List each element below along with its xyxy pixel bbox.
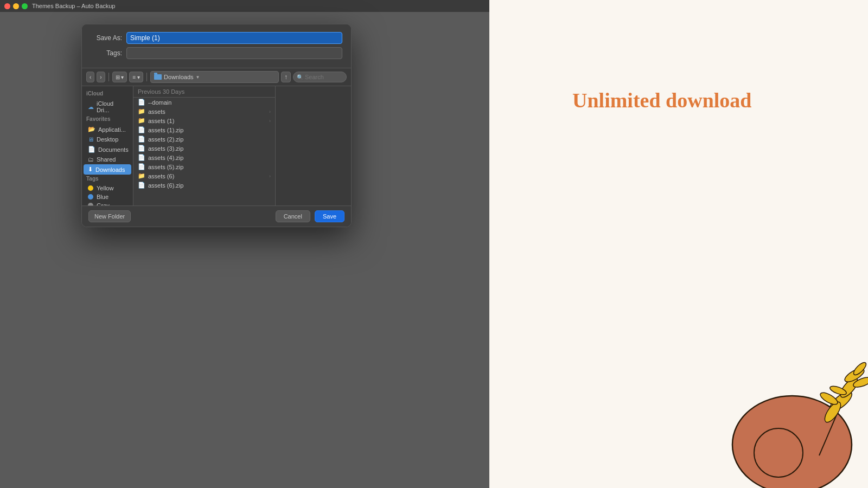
file-name: assets <box>148 108 165 115</box>
file-name: assets (5).zip <box>148 164 183 170</box>
downloads-icon: ⬇ <box>88 166 93 173</box>
dialog-body: iCloud ☁ iCloud Dri... Favorites 📂 Appli… <box>82 86 351 206</box>
new-folder-button[interactable]: New Folder <box>88 210 131 222</box>
expand-arrow-icon: › <box>269 174 271 179</box>
tag-dot <box>88 203 93 206</box>
file-item[interactable]: 📄assets (3).zip <box>133 144 275 153</box>
file-doc-icon: 📄 <box>138 136 145 143</box>
file-item[interactable]: 📁assets (1)› <box>133 116 275 125</box>
file-item[interactable]: 📁assets (6)› <box>133 171 275 181</box>
cancel-button[interactable]: Cancel <box>276 210 310 222</box>
search-input[interactable] <box>305 74 343 80</box>
file-item[interactable]: 📄assets (2).zip <box>133 134 275 144</box>
save-as-label: Save As: <box>91 34 122 42</box>
file-list-scroll: 📄--domain📁assets›📁assets (1)›📄assets (1)… <box>133 98 275 205</box>
tag-label: Gray <box>97 202 110 206</box>
desktop-label: Desktop <box>97 136 118 143</box>
location-dropdown[interactable]: Downloads ▼ <box>150 71 279 83</box>
file-doc-icon: 📄 <box>138 154 145 161</box>
location-label: Downloads <box>164 74 193 80</box>
tag-dot <box>88 194 93 200</box>
folder-icon: 📁 <box>138 172 145 179</box>
forward-button[interactable]: › <box>97 72 105 82</box>
chevron-down-icon: ▼ <box>196 75 200 80</box>
file-doc-icon: 📄 <box>138 182 145 189</box>
sidebar: iCloud ☁ iCloud Dri... Favorites 📂 Appli… <box>82 86 133 206</box>
file-doc-icon: 📄 <box>138 126 145 133</box>
file-item[interactable]: 📄--domain <box>133 98 275 107</box>
expand-arrow-icon: › <box>269 118 271 124</box>
view-columns-button[interactable]: ⊞ ▾ <box>112 72 127 82</box>
icloud-section-label: iCloud <box>82 89 133 99</box>
save-button[interactable]: Save <box>315 210 344 222</box>
documents-label: Documents <box>98 146 129 153</box>
save-as-input[interactable] <box>126 32 342 44</box>
favorites-section-label: Favorites <box>82 115 133 124</box>
icloud-drive-label: iCloud Dri... <box>97 100 127 113</box>
cloud-icon: ☁ <box>88 104 94 111</box>
file-name: assets (1).zip <box>148 127 183 133</box>
file-name: assets (2).zip <box>148 136 183 143</box>
documents-icon: 📄 <box>88 146 95 153</box>
file-name: assets (3).zip <box>148 145 183 152</box>
tags-input[interactable] <box>126 47 342 59</box>
sidebar-tag-gray[interactable]: Gray <box>84 201 131 206</box>
save-as-row: Save As: <box>91 32 342 44</box>
window-title: Themes Backup – Auto Backup <box>32 3 115 9</box>
dialog-actions: Cancel Save <box>276 210 344 222</box>
close-button[interactable] <box>4 3 10 9</box>
plant-decoration <box>694 336 868 488</box>
window-controls <box>4 3 28 9</box>
tags-label: Tags: <box>91 49 122 57</box>
tags-row: Tags: <box>91 47 342 59</box>
toolbar-separator-2 <box>146 73 147 81</box>
folder-icon: 📂 <box>88 126 95 133</box>
dialog-toolbar: ‹ › ⊞ ▾ ≡ ▾ Downloads ▼ ↑ 🔍 <box>82 68 351 86</box>
search-box: 🔍 <box>293 72 347 82</box>
file-name: assets (1) <box>148 118 174 124</box>
shared-icon: 🗂 <box>88 156 94 163</box>
shared-label: Shared <box>97 156 116 163</box>
dialog-bottom: New Folder Cancel Save <box>82 206 351 227</box>
tags-section-label: Tags <box>82 175 133 184</box>
maximize-button[interactable] <box>22 3 28 9</box>
preview-pane <box>275 86 351 206</box>
sidebar-item-downloads[interactable]: ⬇ Downloads <box>84 164 131 175</box>
tags-list: YellowBlueGrayOrangeGreenWork <box>82 184 133 206</box>
folder-icon: 📁 <box>138 117 145 124</box>
sidebar-item-documents[interactable]: 📄 Documents <box>84 144 131 155</box>
sidebar-tag-yellow[interactable]: Yellow <box>84 184 131 192</box>
desktop-icon: 🖥 <box>88 136 94 143</box>
sidebar-tag-blue[interactable]: Blue <box>84 192 131 201</box>
view-list-button[interactable]: ≡ ▾ <box>129 72 143 82</box>
downloads-label: Downloads <box>95 166 125 173</box>
file-doc-icon: 📄 <box>138 163 145 170</box>
file-list-area: Previous 30 Days 📄--domain📁assets›📁asset… <box>133 86 275 206</box>
tag-dot <box>88 185 93 191</box>
minimize-button[interactable] <box>13 3 19 9</box>
applications-label: Applicati... <box>98 126 126 133</box>
sidebar-item-desktop[interactable]: 🖥 Desktop <box>84 134 131 144</box>
toolbar-separator-1 <box>108 73 109 81</box>
file-list-header: Previous 30 Days <box>133 86 275 98</box>
up-button[interactable]: ↑ <box>281 72 291 82</box>
file-item[interactable]: 📄assets (4).zip <box>133 153 275 162</box>
search-icon: 🔍 <box>297 74 303 80</box>
file-item[interactable]: 📄assets (5).zip <box>133 162 275 171</box>
file-doc-icon: 📄 <box>138 145 145 152</box>
file-item[interactable]: 📄assets (6).zip <box>133 181 275 190</box>
file-name: assets (4).zip <box>148 155 183 161</box>
file-item[interactable]: 📁assets› <box>133 107 275 116</box>
back-button[interactable]: ‹ <box>86 72 94 82</box>
file-name: assets (6).zip <box>148 182 183 189</box>
file-item[interactable]: 📄assets (1).zip <box>133 125 275 134</box>
tag-label: Yellow <box>97 185 113 191</box>
unlimited-download-text: Unlimited download <box>572 88 751 112</box>
sidebar-item-shared[interactable]: 🗂 Shared <box>84 155 131 164</box>
sidebar-item-icloud-drive[interactable]: ☁ iCloud Dri... <box>84 99 131 115</box>
dialog-header: Save As: Tags: <box>82 24 351 68</box>
sidebar-item-applications[interactable]: 📂 Applicati... <box>84 124 131 134</box>
file-name: assets (6) <box>148 173 174 179</box>
expand-arrow-icon: › <box>269 109 271 114</box>
tag-label: Blue <box>97 194 108 200</box>
